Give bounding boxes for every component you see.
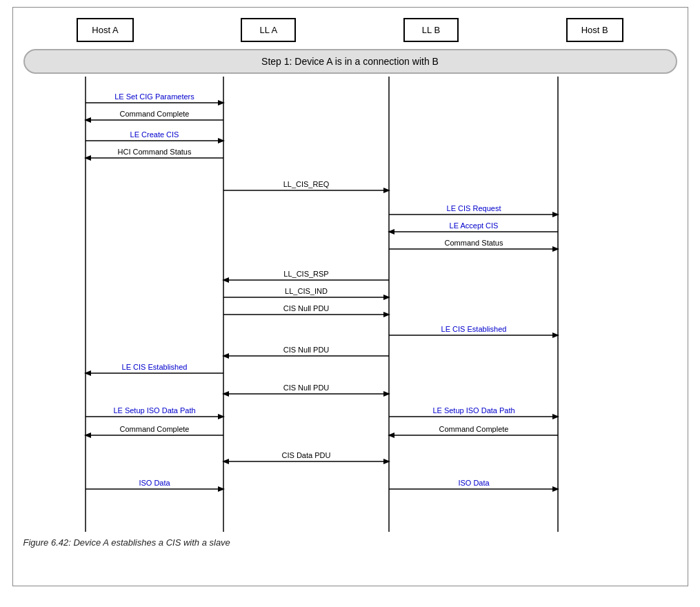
label-le-setup-iso-b: LE Setup ISO Data Path (432, 406, 514, 415)
label-le-cis-req: LE CIS Request (446, 204, 501, 212)
label-cis-null-pdu-1: CIS Null PDU (283, 304, 329, 312)
actor-llB: LL B (403, 18, 459, 42)
label-cmd-complete-1: Command Complete (119, 110, 189, 118)
figure-caption: Figure 6.42: Device A establishes a CIS … (23, 537, 677, 548)
label-le-cis-est-b: LE CIS Established (441, 325, 506, 333)
label-ll-cis-rsp: LL_CIS_RSP (283, 270, 328, 278)
label-cmd-complete-2: Command Complete (119, 425, 189, 433)
actor-llA: LL A (241, 18, 296, 42)
label-le-accept-cis: LE Accept CIS (449, 221, 498, 230)
diagram-container: Host A LL A LL B Host B Step 1: Device A… (12, 7, 688, 586)
label-iso-data-a: ISO Data (139, 479, 170, 487)
actor-hostB: Host B (566, 18, 623, 42)
sequence-diagram: LE Set CIG Parameters Command Complete L… (23, 77, 679, 532)
label-cis-null-pdu-2: CIS Null PDU (283, 346, 329, 354)
label-cis-data-pdu: CIS Data PDU (281, 451, 330, 459)
label-cmd-status: Command Status (444, 239, 503, 247)
step-banner: Step 1: Device A is in a connection with… (23, 49, 677, 74)
label-cmd-complete-3: Command Complete (439, 425, 508, 433)
label-ll-cis-ind: LL_CIS_IND (285, 287, 328, 295)
label-ll-cis-req: LL_CIS_REQ (283, 180, 329, 188)
actor-hostA: Host A (77, 18, 133, 42)
label-iso-data-b: ISO Data (458, 479, 490, 487)
label-le-create-cis: LE Create CIS (130, 130, 179, 139)
label-le-setup-iso-a: LE Setup ISO Data Path (113, 406, 195, 415)
label-hci-cmd-status: HCI Command Status (117, 148, 191, 156)
label-le-cis-est-a: LE CIS Established (121, 363, 187, 371)
actors-row: Host A LL A LL B Host B (23, 18, 677, 42)
label-cis-null-pdu-3: CIS Null PDU (283, 384, 329, 392)
label-le-set-cig: LE Set CIG Parameters (114, 92, 194, 101)
